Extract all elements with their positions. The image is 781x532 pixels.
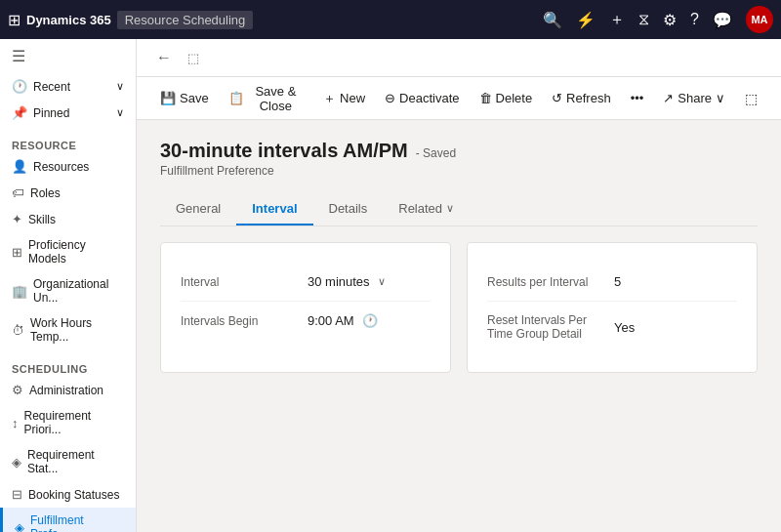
interval-value: 30 minutes ∨: [308, 274, 386, 289]
share-button[interactable]: ↗ Share ∨: [655, 85, 733, 111]
scheduling-group-label: Scheduling: [0, 353, 136, 377]
main-layout: ☰ 🕐 Recent ∨ 📌 Pinned ∨ Resource 👤 Resou…: [0, 39, 781, 532]
sidebar-item-fulfillment[interactable]: ◈ Fulfillment Prefe...: [0, 508, 136, 532]
req-status-icon: ◈: [12, 455, 21, 470]
refresh-button[interactable]: ↺ Refresh: [544, 85, 619, 111]
related-chevron-icon: ∨: [446, 202, 454, 215]
tabs: General Interval Details Related ∨: [160, 193, 758, 226]
sidebar-item-admin[interactable]: ⚙ Administration: [0, 377, 136, 403]
delete-button[interactable]: 🗑 Delete: [472, 85, 541, 111]
tab-details[interactable]: Details: [313, 193, 384, 225]
save-close-button[interactable]: 📋 Save & Close: [221, 78, 311, 119]
sidebar-item-pinned[interactable]: 📌 Pinned ∨: [0, 100, 136, 126]
page-subtitle: Fulfillment Preference: [160, 164, 758, 178]
forward-button[interactable]: ⬚: [184, 49, 203, 67]
expand-button[interactable]: ⬚: [737, 85, 765, 112]
booking-icon: ⊟: [12, 487, 22, 502]
sidebar: ☰ 🕐 Recent ∨ 📌 Pinned ∨ Resource 👤 Resou…: [0, 39, 137, 532]
interval-field-row: Interval 30 minutes ∨: [181, 263, 431, 302]
reset-intervals-row: Reset Intervals Per Time Group Detail Ye…: [487, 302, 737, 352]
recent-icon: 🕐: [12, 79, 27, 94]
sidebar-item-org[interactable]: 🏢 Organizational Un...: [0, 271, 136, 310]
reset-intervals-label: Reset Intervals Per Time Group Detail: [487, 313, 614, 341]
more-button[interactable]: •••: [623, 85, 652, 111]
clock-icon[interactable]: 🕐: [362, 313, 378, 328]
save-icon: 💾: [160, 91, 176, 105]
recent-chevron: ∨: [116, 80, 124, 93]
waffle-icon[interactable]: ⊞: [8, 11, 21, 29]
new-button[interactable]: ＋ New: [315, 84, 373, 113]
fulfillment-icon: ◈: [15, 520, 24, 533]
interval-label: Interval: [181, 275, 308, 289]
req-priority-icon: ↕: [12, 416, 19, 430]
flash-icon[interactable]: ⚡: [576, 11, 596, 29]
intervals-begin-label: Intervals Begin: [181, 314, 308, 328]
app-name: Dynamics 365: [26, 13, 111, 27]
recent-section: 🕐 Recent ∨ 📌 Pinned ∨: [0, 73, 136, 126]
cmd-right: ↗ Share ∨ ⬚: [655, 85, 765, 112]
page-title: 30-minute intervals AM/PM: [160, 140, 408, 162]
sidebar-item-roles[interactable]: 🏷 Roles: [0, 180, 136, 206]
results-per-interval-value: 5: [614, 274, 621, 289]
sidebar-item-skills[interactable]: ✦ Skills: [0, 206, 136, 232]
sidebar-item-proficiency[interactable]: ⊞ Proficiency Models: [0, 232, 136, 271]
resource-group-label: Resource: [0, 130, 136, 153]
workhours-icon: ⏱: [12, 323, 24, 338]
command-bar: 💾 Save 📋 Save & Close ＋ New ⊖ Deactivate…: [137, 77, 781, 120]
back-button[interactable]: ←: [152, 47, 176, 68]
search-icon[interactable]: 🔍: [543, 11, 562, 29]
chat-icon[interactable]: 💬: [713, 11, 732, 29]
add-icon[interactable]: ＋: [609, 10, 625, 30]
reset-intervals-value: Yes: [614, 320, 635, 335]
page-title-row: 30-minute intervals AM/PM - Saved: [160, 140, 758, 162]
saved-badge: - Saved: [416, 146, 456, 160]
results-card: Results per Interval 5 Reset Intervals P…: [467, 242, 758, 373]
deactivate-icon: ⊖: [385, 91, 395, 105]
top-bar-left: ⊞ Dynamics 365 Resource Scheduling: [8, 11, 253, 29]
intervals-begin-value: 9:00 AM 🕐: [308, 313, 378, 328]
pinned-icon: 📌: [12, 105, 27, 120]
interval-card: Interval 30 minutes ∨ Intervals Begin 9:…: [160, 242, 451, 373]
delete-icon: 🗑: [479, 91, 492, 105]
intervals-begin-field-row: Intervals Begin 9:00 AM 🕐: [181, 302, 431, 340]
tab-general[interactable]: General: [160, 193, 236, 225]
sidebar-item-req-status[interactable]: ◈ Requirement Stat...: [0, 442, 136, 481]
results-per-interval-row: Results per Interval 5: [487, 263, 737, 302]
avatar[interactable]: MA: [746, 6, 773, 33]
interval-dropdown-icon[interactable]: ∨: [378, 275, 386, 288]
refresh-icon: ↺: [552, 91, 562, 105]
resource-section: 👤 Resources 🏷 Roles ✦ Skills ⊞ Proficien…: [0, 153, 136, 349]
sidebar-toggle[interactable]: ☰: [0, 39, 136, 73]
page-content: 30-minute intervals AM/PM - Saved Fulfil…: [137, 120, 781, 532]
module-name: Resource Scheduling: [117, 11, 254, 29]
org-icon: 🏢: [12, 284, 27, 299]
sidebar-item-workhours[interactable]: ⏱ Work Hours Temp...: [0, 310, 136, 349]
sidebar-item-recent[interactable]: 🕐 Recent ∨: [0, 73, 136, 100]
admin-icon: ⚙: [12, 383, 23, 397]
new-icon: ＋: [323, 90, 336, 107]
filter-icon[interactable]: ⧖: [638, 11, 649, 28]
save-close-icon: 📋: [228, 91, 244, 105]
deactivate-button[interactable]: ⊖ Deactivate: [377, 85, 467, 111]
top-bar-right: 🔍 ⚡ ＋ ⧖ ⚙ ? 💬 MA: [543, 6, 773, 33]
sidebar-item-req-priority[interactable]: ↕ Requirement Priori...: [0, 403, 136, 442]
more-icon: •••: [631, 91, 644, 105]
roles-icon: 🏷: [12, 185, 24, 200]
nav-row: ← ⬚: [137, 39, 781, 77]
sidebar-item-resources[interactable]: 👤 Resources: [0, 153, 136, 180]
top-bar: ⊞ Dynamics 365 Resource Scheduling 🔍 ⚡ ＋…: [0, 0, 781, 39]
resources-icon: 👤: [12, 159, 27, 174]
pinned-chevron: ∨: [116, 106, 124, 119]
share-chevron: ∨: [716, 91, 725, 105]
tab-interval[interactable]: Interval: [236, 193, 312, 225]
tab-related[interactable]: Related ∨: [383, 193, 470, 225]
help-icon[interactable]: ?: [690, 11, 699, 28]
scheduling-section: ⚙ Administration ↕ Requirement Priori...…: [0, 377, 136, 532]
skills-icon: ✦: [12, 212, 22, 226]
settings-icon[interactable]: ⚙: [663, 11, 677, 29]
save-button[interactable]: 💾 Save: [152, 85, 217, 111]
proficiency-icon: ⊞: [12, 245, 22, 260]
content-area: ← ⬚ 💾 Save 📋 Save & Close ＋ New ⊖ Deacti…: [137, 39, 781, 532]
sidebar-item-booking[interactable]: ⊟ Booking Statuses: [0, 481, 136, 508]
results-per-interval-label: Results per Interval: [487, 275, 614, 289]
